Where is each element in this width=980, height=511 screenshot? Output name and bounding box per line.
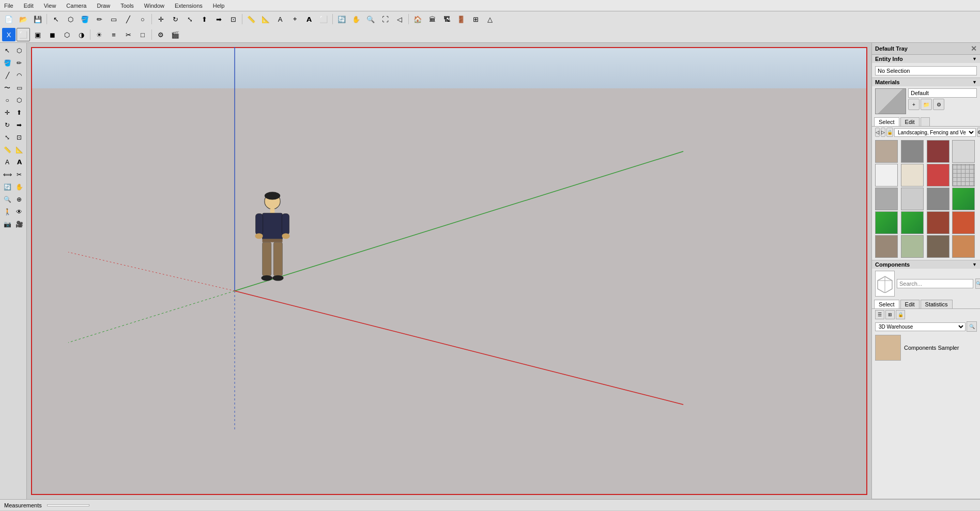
menu-help[interactable]: Help: [211, 3, 227, 9]
material-tile-6[interactable]: [927, 164, 950, 187]
tb-protractor[interactable]: 📐: [259, 12, 272, 26]
material-tile-13[interactable]: [901, 211, 924, 234]
tb-building3[interactable]: 🏗: [440, 12, 453, 26]
tb-building4[interactable]: 🚪: [454, 12, 468, 26]
tb-fog[interactable]: ≡: [107, 28, 120, 41]
mat-fwd-btn[interactable]: ▷: [881, 128, 885, 137]
material-tile-8[interactable]: [875, 188, 898, 210]
tb-text[interactable]: A: [273, 12, 287, 26]
lt-zoom[interactable]: 🔍: [2, 194, 13, 205]
comp-tab-edit[interactable]: Edit: [900, 300, 920, 308]
tb-wireframe[interactable]: ⬜: [17, 28, 30, 41]
material-tile-17[interactable]: [901, 235, 924, 258]
entity-info-header[interactable]: Entity Info ▼: [872, 55, 980, 63]
lt-tape[interactable]: 📏: [2, 144, 13, 156]
tb-make-component[interactable]: ⬡: [64, 12, 77, 26]
tb-pan[interactable]: ✋: [349, 12, 363, 26]
mat-tab-extra[interactable]: [921, 117, 930, 126]
tb-building6[interactable]: △: [483, 12, 497, 26]
menu-tools[interactable]: Tools: [118, 3, 136, 9]
tray-close-button[interactable]: ✕: [971, 44, 977, 53]
material-tile-3[interactable]: [952, 140, 975, 163]
material-tile-19[interactable]: [952, 235, 975, 258]
tb-hidden-line[interactable]: ▣: [31, 28, 44, 41]
lt-walk[interactable]: 🚶: [2, 206, 13, 218]
tb-followme[interactable]: ➡: [212, 12, 225, 26]
material-tile-2[interactable]: [927, 140, 950, 163]
tb-scale[interactable]: ⤡: [183, 12, 196, 26]
comp-warehouse-search-btn[interactable]: 🔍: [967, 321, 977, 332]
tb-select[interactable]: ↖: [49, 12, 63, 26]
materials-header[interactable]: Materials ▼: [872, 78, 980, 86]
material-tile-15[interactable]: [952, 211, 975, 234]
tb-3dtext[interactable]: 𝗔: [302, 12, 316, 26]
comp-view-grid[interactable]: ⊞: [885, 310, 895, 319]
lt-look[interactable]: 👁: [13, 206, 25, 218]
lt-section[interactable]: ✂: [13, 169, 25, 180]
comp-tab-select[interactable]: Select: [874, 300, 899, 308]
tb-zoom[interactable]: 🔍: [364, 12, 377, 26]
tb-building2[interactable]: 🏛: [425, 12, 439, 26]
viewport[interactable]: [27, 43, 871, 499]
lt-circle[interactable]: ○: [2, 95, 13, 106]
tb-erase[interactable]: ✏: [93, 12, 106, 26]
lt-scale[interactable]: ⤡: [2, 132, 13, 143]
material-tile-18[interactable]: [927, 235, 950, 258]
lt-polygon[interactable]: ⬡: [13, 95, 25, 106]
lt-move[interactable]: ✛: [2, 107, 13, 118]
tb-building5[interactable]: ⊞: [469, 12, 482, 26]
material-tile-1[interactable]: [901, 140, 924, 163]
tb-styles[interactable]: ⚙: [154, 28, 167, 41]
material-tile-7[interactable]: [952, 164, 975, 187]
menu-camera[interactable]: Camera: [64, 3, 88, 9]
tb-rotate[interactable]: ↻: [169, 12, 182, 26]
mat-icon-folder[interactable]: 📁: [921, 99, 932, 110]
tb-axes[interactable]: ⌖: [288, 12, 301, 26]
lt-protractor[interactable]: 📐: [13, 144, 25, 156]
menu-window[interactable]: Window: [142, 3, 166, 9]
tb-tape[interactable]: 📏: [244, 12, 258, 26]
tb-building1[interactable]: 🏠: [411, 12, 424, 26]
tb-shaded-tex[interactable]: ⬡: [60, 28, 73, 41]
mat-tab-select[interactable]: Select: [874, 117, 899, 126]
material-tile-11[interactable]: [952, 188, 975, 210]
measurements-input[interactable]: [47, 504, 89, 506]
mat-detail-btn[interactable]: ⚙: [977, 128, 980, 137]
menu-view[interactable]: View: [42, 3, 58, 9]
lt-line[interactable]: ╱: [2, 70, 13, 81]
lt-rectangle[interactable]: ▭: [13, 82, 25, 94]
tb-move[interactable]: ✛: [154, 12, 167, 26]
tb-zoom-fit[interactable]: ⛶: [378, 12, 392, 26]
tb-section-plane[interactable]: □: [136, 28, 149, 41]
lt-eraser[interactable]: ✏: [13, 57, 25, 69]
lt-zoom-win[interactable]: ⊕: [13, 194, 25, 205]
mat-category-select[interactable]: Landscaping, Fencing and Ve: [894, 128, 976, 137]
material-tile-12[interactable]: [875, 211, 898, 234]
tb-orbit[interactable]: 🔄: [335, 12, 348, 26]
lt-rotate[interactable]: ↻: [2, 119, 13, 131]
lt-3dtext[interactable]: 𝗔: [13, 157, 25, 168]
lt-pushpull[interactable]: ⬆: [13, 107, 25, 118]
tb-monochrome[interactable]: ◑: [74, 28, 88, 41]
lt-select[interactable]: ↖: [2, 45, 13, 56]
lt-freehand[interactable]: 〜: [2, 82, 13, 94]
lt-position-camera[interactable]: 📷: [2, 219, 13, 230]
lt-text[interactable]: A: [2, 157, 13, 168]
material-tile-14[interactable]: [927, 211, 950, 234]
lt-orbit[interactable]: 🔄: [2, 181, 13, 193]
tb-zoom-prev[interactable]: ◁: [393, 12, 406, 26]
lt-dimension[interactable]: ⟺: [2, 169, 13, 180]
tb-rectangle[interactable]: ▭: [107, 12, 120, 26]
tb-scenes[interactable]: 🎬: [169, 28, 182, 41]
tb-pushpull[interactable]: ⬆: [197, 12, 211, 26]
lt-offset[interactable]: ⊡: [13, 132, 25, 143]
tb-new[interactable]: 📄: [2, 12, 16, 26]
comp-view-list[interactable]: ☰: [875, 310, 884, 319]
comp-search-button[interactable]: 🔍: [975, 278, 980, 289]
tb-shadow[interactable]: ☀: [93, 28, 106, 41]
tb-offset[interactable]: ⊡: [226, 12, 240, 26]
menu-file[interactable]: File: [2, 3, 16, 9]
lt-paint-bucket[interactable]: 🪣: [2, 57, 13, 69]
material-tile-9[interactable]: [901, 188, 924, 210]
mat-icon-create[interactable]: +: [908, 99, 920, 110]
